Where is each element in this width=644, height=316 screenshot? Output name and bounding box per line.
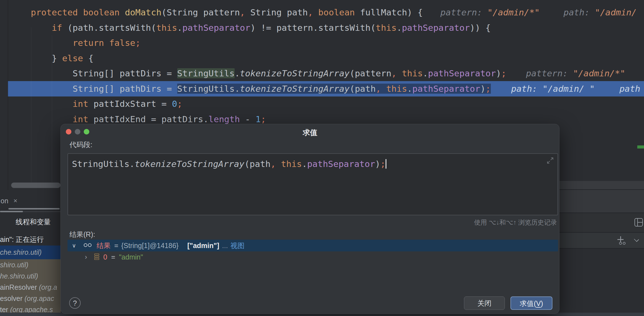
frame-package: (org.a xyxy=(39,283,57,291)
array-element-icon xyxy=(94,254,99,260)
code-token: this xyxy=(376,23,397,33)
ellipsis: ... xyxy=(222,240,228,251)
code-line[interactable]: protected boolean doMatch(String pattern… xyxy=(0,5,644,20)
code-token: ; xyxy=(486,84,491,94)
close-button[interactable]: 关闭 xyxy=(464,296,505,310)
code-token: pathSeparator xyxy=(412,84,480,94)
result-child-row[interactable]: › 0 = "admin" xyxy=(67,251,558,263)
code-line[interactable]: return false; xyxy=(0,35,644,51)
gutter-divider xyxy=(8,0,8,190)
child-value: "admin" xyxy=(119,251,143,263)
evaluate-dialog: 求值 代码段: StringUtils.tokenizeToStringArra… xyxy=(60,124,559,314)
stack-frame-item[interactable]: he.shiro.util) xyxy=(0,270,61,282)
result-tree-row[interactable]: ∨ 结果 = {String[1]@14186} ["admin"] ... 视… xyxy=(67,240,558,251)
current-debug-line[interactable]: String[] pathDirs = StringUtils.tokenize… xyxy=(0,81,644,96)
threads-variables-label: 线程和变量 xyxy=(16,217,51,227)
horizontal-scrollbar[interactable] xyxy=(11,182,61,188)
code-token xyxy=(397,68,402,78)
indent-guide xyxy=(52,35,52,183)
code-line[interactable]: int pattIdxStart = 0; xyxy=(0,96,644,112)
evaluate-button[interactable]: 求值(V) xyxy=(510,296,552,310)
result-label: 结果(R): xyxy=(69,230,95,239)
view-link[interactable]: 视图 xyxy=(230,240,244,251)
result-preview: ["admin"] xyxy=(187,240,219,251)
code-token: pathSeparator xyxy=(428,68,496,78)
code-token: , xyxy=(391,68,397,78)
code-token: )) { xyxy=(470,23,491,33)
code-token: ; xyxy=(501,68,507,78)
code-line[interactable]: if (path.startsWith(this.pathSeparator) … xyxy=(0,20,644,36)
close-icon[interactable]: × xyxy=(13,197,17,205)
code-token: ; xyxy=(261,114,266,124)
session-tab-label[interactable]: on xyxy=(1,197,8,205)
inline-debug-hint-value: "/admin/*" xyxy=(487,7,540,17)
frame-class-name: esolver xyxy=(0,294,25,302)
code-token: . xyxy=(302,159,307,169)
code-token: this xyxy=(402,68,423,78)
stack-frame-item[interactable]: shiro.util) xyxy=(0,259,61,270)
active-tab-underline xyxy=(8,208,60,209)
code-token: (path.startsWith( xyxy=(62,23,156,33)
expression-text: StringUtils.tokenizeToStringArray(path, … xyxy=(72,158,386,170)
code-token: ) xyxy=(496,68,501,78)
code-token: if xyxy=(52,23,62,33)
stack-frame-item[interactable]: che.shiro.util) xyxy=(0,246,61,259)
history-hint-text: 使用 ⌥↓和⌥↑ 浏览历史记录 xyxy=(474,218,557,227)
code-token: . xyxy=(423,68,428,78)
code-token: ; xyxy=(135,38,141,48)
expression-editor[interactable]: StringUtils.tokenizeToStringArray(path, … xyxy=(67,153,558,215)
add-watch-icon[interactable] xyxy=(615,236,627,245)
code-line[interactable]: } else { xyxy=(0,51,644,66)
panel-band xyxy=(559,233,644,248)
frame-package: he.shiro.util) xyxy=(0,272,38,280)
frame-package: (org.apache.s xyxy=(10,306,53,313)
inline-debug-hint-value: "/admin/*" xyxy=(573,68,625,78)
code-token: (path xyxy=(244,159,270,169)
code-token: , xyxy=(376,84,381,94)
code-token: (path xyxy=(350,84,376,94)
frame-package: (org.apac xyxy=(25,294,54,302)
chevron-down-icon[interactable] xyxy=(634,237,639,241)
code-token: . xyxy=(129,159,135,169)
chevron-right-icon[interactable]: › xyxy=(85,251,87,263)
equals-sign: = xyxy=(114,240,118,251)
code-token: ) xyxy=(480,84,486,94)
thread-status-row[interactable]: ain": 正在运行 xyxy=(0,232,61,245)
code-token: . xyxy=(397,23,402,33)
tab-threads-variables[interactable]: 线程和变量 xyxy=(0,212,61,232)
code-token: StringUtils xyxy=(177,84,235,94)
debug-tool-window-left: on × 线程和变量 ain": 正在运行 che.shiro.util)shi… xyxy=(0,190,61,313)
stack-frame-item[interactable]: esolver (org.apac xyxy=(0,293,61,304)
debug-tool-window-right xyxy=(559,181,644,313)
code-line[interactable]: String[] pattDirs = StringUtils.tokenize… xyxy=(0,66,644,81)
panel-band xyxy=(559,249,644,313)
layout-settings-icon[interactable] xyxy=(634,218,643,227)
code-token: pathSeparator xyxy=(307,159,375,169)
expand-icon[interactable] xyxy=(546,157,554,164)
code-token: , xyxy=(270,159,276,169)
panel-band xyxy=(559,181,644,189)
code-token: ) != pattern.startsWith( xyxy=(250,23,376,33)
code-token: pattIdxStart = xyxy=(88,99,172,109)
code-token: StringUtils xyxy=(177,68,235,78)
code-token: int xyxy=(73,114,88,124)
code-token: StringUtils xyxy=(72,159,129,169)
error-stripe-green-mark[interactable] xyxy=(637,145,644,148)
dialog-title: 求值 xyxy=(61,128,559,138)
code-token xyxy=(31,23,52,33)
code-token: return false xyxy=(73,38,135,48)
code-token: tokenizeToStringArray xyxy=(135,159,244,169)
frame-package: che.shiro.util) xyxy=(0,248,42,256)
code-token: tokenizeToStringArray xyxy=(240,84,350,94)
code-token: this xyxy=(156,23,177,33)
ide-window: protected boolean doMatch(String pattern… xyxy=(0,0,644,316)
code-token: 0 xyxy=(172,99,177,109)
stack-frame-item[interactable]: ainResolver (org.a xyxy=(0,282,61,293)
inline-debug-hint-label: path xyxy=(619,84,640,94)
divider xyxy=(23,211,61,212)
indent-guide xyxy=(31,27,31,183)
code-token: pathSeparator xyxy=(182,23,250,33)
help-button[interactable]: ? xyxy=(69,297,81,309)
text-caret xyxy=(386,159,386,169)
chevron-down-icon[interactable]: ∨ xyxy=(72,240,76,251)
